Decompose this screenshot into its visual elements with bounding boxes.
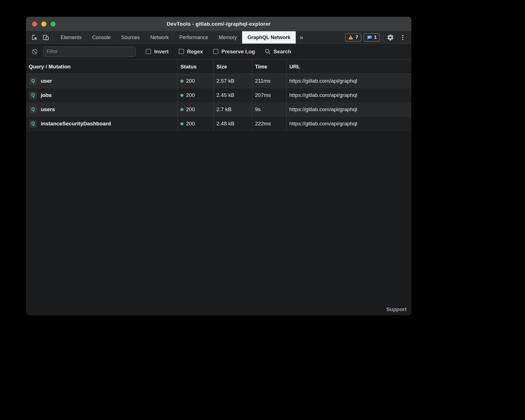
search-icon <box>264 48 271 55</box>
response-time: 211ms <box>252 74 287 88</box>
tab-memory[interactable]: Memory <box>213 31 242 44</box>
status-code: 200 <box>186 78 195 84</box>
search-label: Search <box>273 49 291 55</box>
table-row[interactable]: Q users 200 2.7 kB 9s https://gitlab.com… <box>26 102 411 117</box>
table-row[interactable]: Q instanceSecurityDashboard 200 2.48 kB … <box>26 117 411 131</box>
devtools-window: DevTools - gitlab.com/-/graphql-explorer… <box>26 17 411 315</box>
tabbar-divider <box>52 34 52 41</box>
filter-toolbar: Invert Regex Preserve Log Search <box>26 44 411 59</box>
response-size: 2.7 kB <box>214 102 252 116</box>
column-header-status: Status <box>178 59 214 74</box>
query-name: instanceSecurityDashboard <box>41 121 111 127</box>
tab-sources[interactable]: Sources <box>116 31 145 44</box>
status-dot-icon <box>180 122 183 125</box>
tab-elements[interactable]: Elements <box>55 31 87 44</box>
query-type-badge: Q <box>29 92 37 99</box>
message-bubble-icon <box>367 35 372 40</box>
settings-gear-icon[interactable] <box>386 33 395 42</box>
tab-console[interactable]: Console <box>87 31 116 44</box>
titlebar: DevTools - gitlab.com/-/graphql-explorer <box>26 17 411 31</box>
request-url: https://gitlab.com/api/graphql <box>287 117 411 131</box>
warning-triangle-icon <box>348 35 354 40</box>
more-tabs-chevron-icon[interactable]: » <box>296 31 307 44</box>
request-url: https://gitlab.com/api/graphql <box>287 74 411 88</box>
response-time: 222ms <box>252 117 287 131</box>
kebab-menu-icon[interactable] <box>398 33 407 42</box>
status-code: 200 <box>186 121 195 127</box>
notification-pills: 7 1 <box>345 33 380 42</box>
search-control[interactable]: Search <box>264 48 291 55</box>
table-row[interactable]: Q jobs 200 2.45 kB 207ms https://gitlab.… <box>26 88 411 102</box>
panel-tabs: Elements Console Sources Network Perform… <box>55 31 307 44</box>
query-type-badge: Q <box>29 120 37 128</box>
column-header-url: URL <box>287 59 411 74</box>
tabbar-left-icons <box>26 31 55 44</box>
regex-checkbox[interactable] <box>179 49 184 54</box>
request-url: https://gitlab.com/api/graphql <box>287 102 411 116</box>
status-dot-icon <box>180 108 183 111</box>
preserve-log-label: Preserve Log <box>221 49 255 55</box>
table-header: Query / Mutation Status Size Time URL <box>26 59 411 74</box>
issues-count: 1 <box>374 35 377 40</box>
status-dot-icon <box>180 94 183 97</box>
clear-icon[interactable] <box>30 47 39 56</box>
devtools-tabbar: Elements Console Sources Network Perform… <box>26 31 411 44</box>
response-size: 2.45 kB <box>214 88 252 102</box>
warnings-badge[interactable]: 7 <box>345 33 361 42</box>
tabbar-right-controls: 7 1 <box>345 31 411 44</box>
query-name: user <box>41 78 52 84</box>
preserve-log-checkbox[interactable] <box>213 49 218 54</box>
minimize-button[interactable] <box>41 22 46 27</box>
regex-label: Regex <box>187 49 203 55</box>
window-title: DevTools - gitlab.com/-/graphql-explorer <box>167 21 271 27</box>
support-link[interactable]: Support <box>386 306 407 312</box>
request-url: https://gitlab.com/api/graphql <box>287 88 411 102</box>
invert-label: Invert <box>154 49 169 55</box>
tabbar-right-divider <box>383 34 383 41</box>
tab-network[interactable]: Network <box>145 31 174 44</box>
status-code: 200 <box>186 106 195 113</box>
response-time: 207ms <box>252 88 287 102</box>
preserve-log-checkbox-group[interactable]: Preserve Log <box>213 49 255 55</box>
status-dot-icon <box>180 80 183 83</box>
device-toolbar-icon[interactable] <box>41 33 51 42</box>
filter-input[interactable] <box>43 47 136 57</box>
zoom-button[interactable] <box>51 22 56 27</box>
warning-count: 7 <box>355 35 358 40</box>
column-header-time: Time <box>252 59 287 74</box>
tab-graphql-network[interactable]: GraphQL Network <box>242 31 296 44</box>
table-row[interactable]: Q user 200 2.57 kB 211ms https://gitlab.… <box>26 74 411 88</box>
query-type-badge: Q <box>29 77 37 85</box>
query-name: jobs <box>41 92 52 98</box>
response-size: 2.57 kB <box>214 74 252 88</box>
column-header-size: Size <box>214 59 252 74</box>
tab-performance[interactable]: Performance <box>174 31 213 44</box>
regex-checkbox-group[interactable]: Regex <box>179 49 203 55</box>
close-button[interactable] <box>32 22 37 27</box>
response-size: 2.48 kB <box>214 117 252 131</box>
inspect-element-icon[interactable] <box>30 33 39 42</box>
column-header-query: Query / Mutation <box>26 59 178 74</box>
issues-badge[interactable]: 1 <box>364 33 380 42</box>
query-name: users <box>41 106 55 113</box>
response-time: 9s <box>252 102 287 116</box>
status-code: 200 <box>186 92 195 98</box>
query-type-badge: Q <box>29 106 37 113</box>
invert-checkbox-group[interactable]: Invert <box>146 49 169 55</box>
traffic-lights <box>32 17 56 31</box>
invert-checkbox[interactable] <box>146 49 151 54</box>
